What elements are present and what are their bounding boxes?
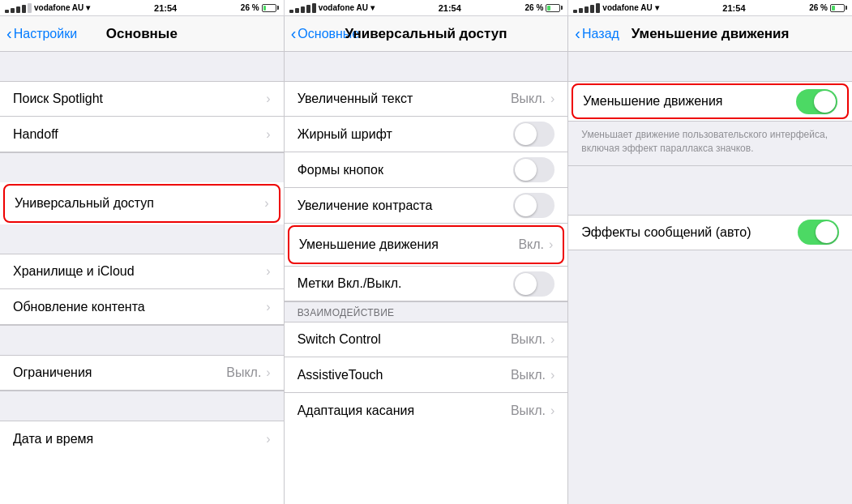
columns: ‹ Настройки Основные Поиск Spotlight › H… [0,16,852,504]
list-item-accessibility[interactable]: Универсальный доступ › [3,184,280,223]
carrier-1: vodafone AU [34,3,83,12]
item-value-reduce-motion: Вкл. [518,237,544,252]
toggle-knob-contrast [515,194,537,216]
list-item-contrast[interactable]: Увеличение контраста [285,188,568,224]
status-left-3: vodafone AU ▾ [573,3,658,13]
time-1: 21:54 [154,3,177,13]
p3-effects-label: Эффекты сообщений (авто) [581,225,798,240]
item-label-restrictions: Ограничения [13,365,226,380]
section-gap-1e [0,391,284,421]
item-label-labels: Метки Вкл./Выкл. [298,276,514,291]
item-label-update: Обновление контента [13,300,266,314]
battery-pct-3: 26 % [809,3,828,12]
item-label-spotlight: Поиск Spotlight [13,92,266,106]
status-right-3: 26 % [809,3,847,12]
p3-reduce-motion-row[interactable]: Уменьшение движения [572,83,849,119]
time-3: 21:54 [722,3,745,13]
list-item-spotlight[interactable]: Поиск Spotlight › [0,81,284,117]
toggle-effects[interactable] [798,220,839,245]
carrier-2: vodafone AU [319,3,368,12]
item-label-reduce-motion: Уменьшение движения [299,237,519,252]
battery-icon-1 [262,4,279,12]
panel-2: ‹ Основные Универсальный доступ Увеличен… [285,16,569,504]
section-gap-1a [0,52,284,81]
chevron-switch-control: › [550,332,554,347]
settings-list-1: Поиск Spotlight › Handoff › Универсальны… [0,52,284,504]
item-label-assistive-touch: AssistiveTouch [298,368,511,382]
nav-back-label-1: Настройки [14,27,77,41]
list-item-handoff[interactable]: Handoff › [0,117,284,152]
toggle-contrast[interactable] [513,193,554,218]
item-label-button-shapes: Формы кнопок [298,163,514,177]
item-label-accessibility: Универсальный доступ [15,196,264,211]
toggle-button-shapes[interactable] [513,157,554,182]
toggle-knob-effects [816,221,837,243]
list-item-switch-control[interactable]: Switch Control Выкл. › [285,322,568,357]
status-left-1: vodafone AU ▾ [5,3,90,13]
list-item-reduce-motion[interactable]: Уменьшение движения Вкл. › [288,225,565,264]
toggle-knob-labels [515,273,537,295]
toggle-knob-button-shapes [515,159,537,181]
list-item-assistive-touch[interactable]: AssistiveTouch Выкл. › [285,357,568,393]
wifi-icon-1: ▾ [86,3,90,12]
list-item-datetime[interactable]: Дата и время › [0,421,284,456]
nav-title-1: Основные [106,26,178,42]
list-item-bold[interactable]: Жирный шрифт [285,117,568,152]
toggle-reduce-motion-main[interactable] [796,89,837,114]
nav-title-2: Универсальный доступ [345,26,507,42]
section-gap-1b [0,153,284,182]
list-item-larger-text[interactable]: Увеличенный текст Выкл. › [285,81,568,117]
battery-pct-1: 26 % [241,3,259,12]
chevron-touch-adapt: › [550,404,554,418]
wifi-icon-3: ▾ [655,3,659,12]
list-item-touch-adapt[interactable]: Адаптация касания Выкл. › [285,393,568,429]
gap-3b [568,166,852,190]
list-item-storage[interactable]: Хранилище и iCloud › [0,254,284,289]
item-label-bold: Жирный шрифт [298,127,514,142]
battery-pct-2: 26 % [525,3,544,12]
chevron-reduce-motion: › [549,237,553,252]
p3-description: Уменьшает движение пользовательского инт… [568,122,852,166]
status-bar-2: vodafone AU ▾ 21:54 26 % [284,0,568,16]
item-label-storage: Хранилище и iCloud [13,264,266,279]
wifi-icon-2: ▾ [370,3,375,12]
chevron-datetime: › [266,432,270,446]
chevron-handoff: › [266,127,270,142]
nav-title-3: Уменьшение движения [632,26,790,42]
nav-back-label-3: Назад [582,27,619,41]
item-value-assistive-touch: Выкл. [511,368,546,382]
panel3-content: Уменьшение движения Уменьшает движение п… [568,52,852,504]
chevron-accessibility: › [264,196,268,211]
p3-effects-row[interactable]: Эффекты сообщений (авто) [568,215,852,250]
signal-dots-3 [573,3,600,13]
toggle-bold[interactable] [513,122,554,147]
item-value-larger-text: Выкл. [511,92,546,106]
chevron-back-1: ‹ [6,25,12,41]
list-item-labels[interactable]: Метки Вкл./Выкл. [285,266,568,301]
chevron-assistive-touch: › [550,368,554,382]
nav-bar-2: ‹ Основные Универсальный доступ [285,16,568,52]
chevron-back-2: ‹ [291,25,297,41]
battery-icon-2 [546,4,563,12]
settings-list-2: Увеличенный текст Выкл. › Жирный шрифт Ф… [285,52,568,504]
list-item-update[interactable]: Обновление контента › [0,289,284,325]
chevron-back-3: ‹ [575,25,580,41]
section-gap-2a [285,52,568,81]
list-item-restrictions[interactable]: Ограничения Выкл. › [0,355,284,391]
chevron-storage: › [266,264,270,279]
item-label-handoff: Handoff [13,127,266,142]
toggle-knob-bold [515,123,537,145]
item-value-restrictions: Выкл. [226,365,261,380]
list-item-button-shapes[interactable]: Формы кнопок [285,152,568,188]
status-right-1: 26 % [241,3,279,12]
item-label-contrast: Увеличение контраста [298,199,514,213]
signal-dots-1 [5,3,32,13]
status-right-2: 26 % [525,3,563,12]
nav-back-1[interactable]: ‹ Настройки [6,26,77,41]
item-value-switch-control: Выкл. [511,332,546,347]
nav-back-3[interactable]: ‹ Назад [575,26,619,41]
signal-dots-2 [289,3,316,13]
nav-bar-3: ‹ Назад Уменьшение движения [568,16,852,52]
toggle-labels[interactable] [513,271,554,297]
item-label-switch-control: Switch Control [298,332,511,347]
